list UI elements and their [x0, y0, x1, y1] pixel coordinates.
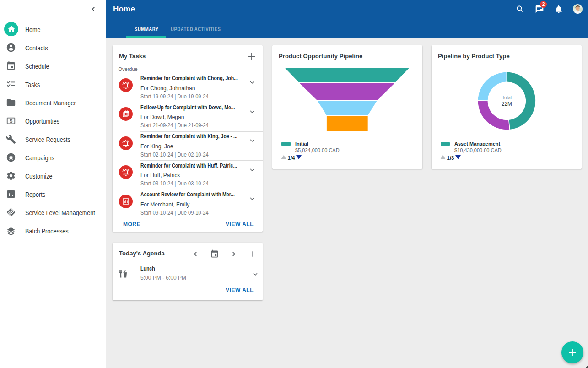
svg-text:S: S [10, 119, 13, 124]
